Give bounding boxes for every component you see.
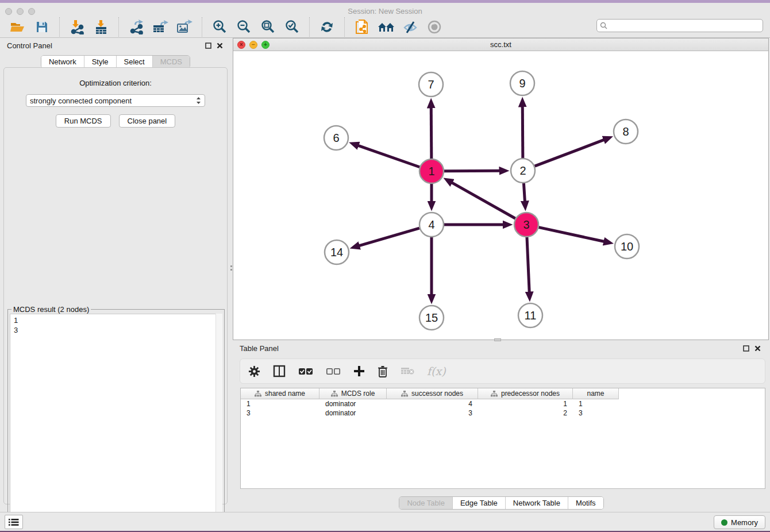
export-image-button[interactable]	[175, 17, 194, 37]
table-cell[interactable]: 3	[387, 408, 478, 418]
import-network-button[interactable]	[67, 17, 87, 37]
search-input[interactable]	[610, 22, 763, 30]
graph-node-6[interactable]: 6	[324, 126, 348, 150]
zoom-selected-icon	[284, 20, 299, 34]
mcds-result-group: MCDS result (2 nodes) 13	[7, 309, 225, 527]
table-row[interactable]: 3dominator323	[241, 408, 765, 418]
graph-node-15[interactable]: 15	[419, 306, 444, 330]
tab-select[interactable]: Select	[116, 56, 152, 68]
graph-edge-1-6[interactable]	[358, 145, 419, 167]
graph-node-7[interactable]: 7	[419, 72, 443, 97]
new-network-from-selection-button[interactable]	[352, 17, 372, 37]
refresh-button[interactable]	[317, 17, 337, 37]
first-neighbors-button[interactable]	[376, 17, 396, 37]
save-session-icon	[35, 20, 49, 34]
column-header-MCDS-role[interactable]: MCDS role	[319, 388, 387, 399]
tab-network-table[interactable]: Network Table	[505, 497, 568, 509]
result-scrollbar[interactable]	[215, 314, 222, 525]
table-cell[interactable]: dominator	[319, 408, 387, 418]
graph-node-2[interactable]: 2	[511, 159, 535, 183]
table-body: 1dominator4113dominator323	[241, 399, 765, 418]
columns-icon[interactable]	[273, 365, 286, 377]
graph-edge-1-2[interactable]	[444, 171, 500, 171]
import-table-button[interactable]	[91, 17, 111, 37]
select-all-icon[interactable]	[298, 367, 313, 376]
graph-node-label: 3	[523, 218, 529, 231]
export-table-button[interactable]	[151, 17, 170, 37]
criterion-selected-value: strongly connected component	[30, 97, 196, 105]
table-cell[interactable]: 3	[241, 408, 319, 418]
open-session-button[interactable]	[8, 17, 28, 37]
open-session-icon	[10, 20, 26, 34]
graph-node-3[interactable]: 3	[514, 213, 538, 237]
graph-node-14[interactable]: 14	[325, 240, 349, 264]
graph-edge-3-11[interactable]	[527, 237, 529, 292]
column-header-label: name	[587, 390, 604, 398]
toolbar-separator	[309, 17, 310, 37]
show-all-button[interactable]	[425, 17, 444, 37]
graph-edge-4-14[interactable]	[359, 228, 419, 246]
add-icon[interactable]	[353, 365, 365, 377]
graph-edge-2-3[interactable]	[523, 183, 525, 202]
table-cell[interactable]: dominator	[319, 399, 387, 408]
close-table-panel-icon[interactable]	[754, 345, 761, 352]
horizontal-splitter-handle[interactable]	[494, 338, 501, 341]
panel-splitter-handle[interactable]	[230, 265, 233, 277]
tab-network[interactable]: Network	[41, 56, 84, 68]
mcds-result-title: MCDS result (2 nodes)	[11, 305, 91, 314]
search-field[interactable]	[596, 19, 763, 32]
table-cell[interactable]: 2	[478, 408, 573, 418]
graph-node-8[interactable]: 8	[614, 119, 638, 144]
graph-node-11[interactable]: 11	[518, 303, 542, 327]
network-canvas[interactable]: 7968124314101511	[233, 51, 768, 340]
gear-icon[interactable]	[248, 365, 260, 377]
task-history-button[interactable]	[5, 515, 23, 529]
column-header-shared-name[interactable]: shared name	[241, 388, 319, 399]
table-row[interactable]: 1dominator411	[241, 399, 765, 408]
save-session-button[interactable]	[32, 17, 52, 37]
tab-edge-table[interactable]: Edge Table	[452, 497, 505, 509]
network-view-window: × − + scc.txt 7968124314101511	[233, 38, 769, 340]
tab-mcds[interactable]: MCDS	[152, 56, 190, 68]
graph-edge-2-8[interactable]	[535, 140, 605, 166]
graph-node-9[interactable]: 9	[510, 71, 534, 95]
table-cell[interactable]: 3	[573, 408, 619, 418]
graph-edge-3-1[interactable]	[452, 183, 515, 219]
column-header-name[interactable]: name	[573, 388, 619, 399]
tab-motifs[interactable]: Motifs	[568, 497, 603, 509]
tab-node-table[interactable]: Node Table	[399, 497, 452, 509]
mcds-result-text[interactable]: 13	[10, 314, 222, 525]
table-cell[interactable]: 1	[573, 399, 619, 408]
graph-node-1[interactable]: 1	[419, 159, 444, 183]
table-cell[interactable]: 1	[478, 399, 573, 408]
memory-button[interactable]: Memory	[714, 515, 765, 529]
graph-node-4[interactable]: 4	[419, 213, 444, 237]
graph-edge-3-10[interactable]	[538, 228, 604, 242]
graph-edge-2-9[interactable]	[522, 106, 523, 158]
table-cell[interactable]: 4	[387, 399, 478, 408]
graph-node-10[interactable]: 10	[615, 234, 639, 259]
zoom-out-button[interactable]	[234, 17, 253, 37]
graph-edge-1-7[interactable]	[431, 107, 432, 159]
hide-selected-button[interactable]	[401, 17, 420, 37]
close-panel-button[interactable]: Close panel	[119, 114, 176, 128]
export-network-button[interactable]	[126, 17, 146, 37]
column-header-successor-nodes[interactable]: successor nodes	[387, 388, 478, 399]
control-panel-title: Control Panel	[7, 41, 52, 50]
float-table-panel-icon[interactable]	[743, 345, 749, 352]
zoom-fit-button[interactable]	[258, 17, 278, 37]
deselect-all-icon[interactable]	[326, 367, 341, 376]
column-header-label: predecessor nodes	[501, 390, 560, 398]
zoom-selected-button[interactable]	[282, 17, 302, 37]
column-header-predecessor-nodes[interactable]: predecessor nodes	[478, 388, 573, 399]
run-mcds-button[interactable]: Run MCDS	[56, 114, 111, 128]
network-window-titlebar[interactable]: × − + scc.txt	[233, 38, 768, 51]
column-type-icon	[331, 391, 338, 397]
tab-style[interactable]: Style	[84, 56, 116, 68]
table-cell[interactable]: 1	[241, 399, 319, 408]
float-panel-icon[interactable]	[205, 43, 211, 49]
criterion-select[interactable]: strongly connected component	[26, 94, 205, 107]
zoom-in-button[interactable]	[210, 17, 229, 37]
close-panel-icon[interactable]	[217, 43, 223, 49]
delete-icon[interactable]	[378, 365, 388, 377]
